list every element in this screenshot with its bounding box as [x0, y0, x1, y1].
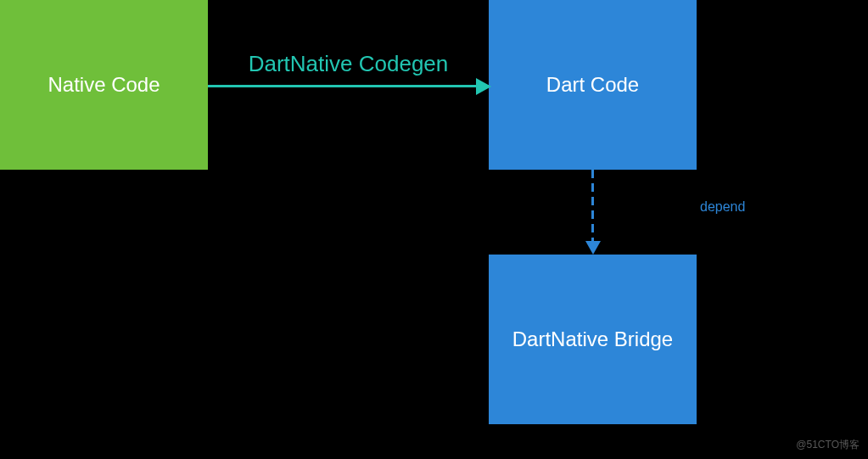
dart-native-bridge-label: DartNative Bridge [512, 327, 673, 351]
dart-native-bridge-node: DartNative Bridge [489, 255, 697, 424]
native-code-label: Native Code [48, 73, 160, 97]
depend-arrow-head-icon [585, 241, 601, 255]
codegen-arrow-line [208, 85, 489, 87]
watermark-text: @51CTO博客 [796, 438, 860, 452]
depend-arrow-line [591, 170, 594, 244]
codegen-arrow-head-icon [476, 78, 491, 95]
depend-edge-label: depend [700, 199, 745, 215]
dash-segment [591, 183, 594, 192]
codegen-edge-label: DartNative Codegen [208, 51, 489, 77]
dash-segment [591, 197, 594, 205]
native-code-node: Native Code [0, 0, 208, 170]
dash-segment [591, 224, 594, 232]
dart-code-node: Dart Code [489, 0, 697, 170]
dash-segment [591, 210, 594, 219]
dash-segment [591, 170, 594, 178]
dart-code-label: Dart Code [546, 73, 639, 97]
